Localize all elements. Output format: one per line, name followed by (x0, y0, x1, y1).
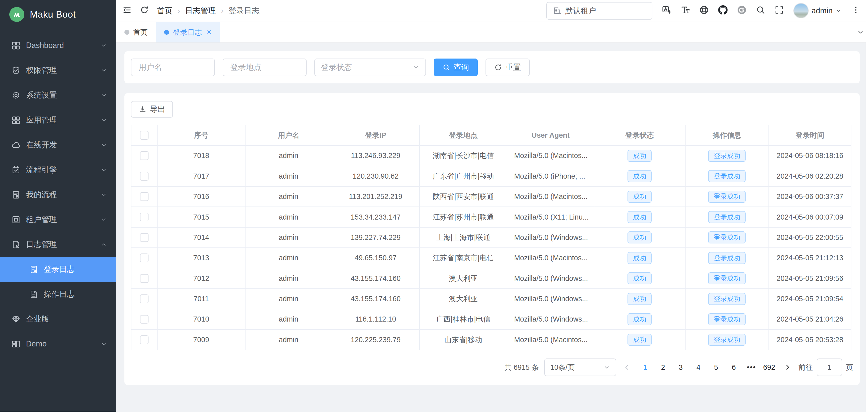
sidebar-item-operation-log[interactable]: 操作日志 (0, 282, 116, 307)
app-logo[interactable]: Maku Boot (0, 0, 116, 29)
sidebar: Maku Boot Dashboard权限管理系统设置应用管理在线开发流程引擎我… (0, 0, 116, 412)
sidebar-item-tenant-management[interactable]: 租户管理 (0, 207, 116, 232)
close-icon[interactable]: × (207, 28, 211, 36)
cell-message: 登录成功 (686, 330, 769, 350)
prev-page-button[interactable] (622, 364, 632, 371)
cell-location: 广西|桂林市|电信 (420, 309, 508, 329)
row-checkbox[interactable] (140, 213, 149, 222)
collapse-sidebar-button[interactable] (123, 5, 131, 16)
tenant-select[interactable]: 默认租户 (546, 2, 652, 20)
page-button-4[interactable]: 4 (690, 361, 706, 374)
translate-icon (662, 5, 671, 16)
breadcrumb-item-log-management[interactable]: 日志管理 (185, 5, 216, 16)
status-badge: 成功 (627, 334, 652, 346)
row-checkbox[interactable] (140, 253, 149, 262)
cell-checkbox (131, 289, 157, 309)
tab-dot (164, 30, 169, 35)
gem-icon (11, 315, 20, 324)
page-button-5[interactable]: 5 (708, 361, 724, 374)
sidebar-item-my-flows[interactable]: 我的流程 (0, 182, 116, 207)
cell-checkbox (131, 166, 157, 187)
cell-username: admin (246, 309, 332, 329)
next-page-button[interactable] (782, 364, 793, 371)
more-menu-button[interactable] (851, 5, 860, 16)
row-checkbox[interactable] (140, 172, 149, 181)
page-button-2[interactable]: 2 (655, 361, 671, 374)
header-cell: 登录地点 (420, 125, 508, 146)
reset-button[interactable]: 重置 (486, 59, 530, 76)
more-pages-icon[interactable]: ••• (744, 361, 760, 374)
breadcrumb-item-home[interactable]: 首页 (157, 5, 173, 16)
page-button-3[interactable]: 3 (673, 361, 688, 374)
location-input[interactable] (229, 62, 300, 72)
app-root: Maku Boot Dashboard权限管理系统设置应用管理在线开发流程引擎我… (0, 0, 868, 412)
cell-username: admin (246, 207, 332, 227)
cell-status: 成功 (594, 146, 686, 166)
goto-page-input[interactable] (817, 358, 842, 376)
row-checkbox[interactable] (140, 151, 149, 160)
cell-username: admin (246, 187, 332, 207)
status-badge: 成功 (627, 272, 652, 284)
cell-user-agent: Mozilla/5.0 (Macintos... (507, 248, 594, 268)
cell-message: 登录成功 (686, 207, 769, 227)
gitee-button[interactable] (737, 5, 746, 16)
select-all-checkbox[interactable] (140, 131, 149, 140)
refresh-button[interactable] (140, 5, 149, 16)
sidebar-item-enterprise[interactable]: 企业版 (0, 307, 116, 331)
search-button[interactable] (756, 5, 765, 16)
cell-user-agent: Mozilla/5.0 (Windows... (507, 268, 594, 289)
row-checkbox[interactable] (140, 294, 149, 303)
avatar (793, 3, 809, 18)
fullscreen-button[interactable] (775, 5, 784, 16)
sidebar-item-system-settings[interactable]: 系统设置 (0, 83, 116, 108)
page-button-6[interactable]: 6 (726, 361, 742, 374)
row-checkbox[interactable] (140, 315, 149, 324)
sidebar-item-online-dev[interactable]: 在线开发 (0, 133, 116, 158)
message-badge: 登录成功 (708, 252, 746, 264)
tab-home[interactable]: 首页 (116, 22, 156, 42)
table-row: 7011admin43.155.174.160澳大利亚Mozilla/5.0 (… (131, 289, 853, 309)
cloud-icon (11, 141, 20, 150)
sidebar-item-demo[interactable]: Demo (0, 331, 116, 356)
status-badge: 成功 (627, 231, 652, 244)
page-size-select[interactable]: 10条/页 (544, 358, 616, 376)
tab-login-log[interactable]: 登录日志× (156, 22, 219, 42)
row-checkbox[interactable] (140, 233, 149, 242)
user-menu[interactable]: admin (793, 3, 842, 18)
sidebar-item-label: Dashboard (26, 41, 95, 50)
row-checkbox[interactable] (140, 274, 149, 283)
query-button-label: 查询 (454, 62, 469, 73)
cell-username: admin (246, 330, 332, 350)
globe-button[interactable] (700, 5, 709, 16)
table-row: 7014admin139.227.74.229上海|上海市|联通Mozilla/… (131, 228, 853, 248)
status-select[interactable]: 登录状态 (314, 59, 426, 76)
translate-button[interactable] (662, 5, 671, 16)
cell-time: 2024-05-05 21:09:54 (769, 289, 851, 309)
sidebar-item-dashboard[interactable]: Dashboard (0, 33, 116, 58)
scrollbar-track[interactable] (866, 0, 868, 412)
table-row: 7016admin113.201.252.219陕西省|西安市|联通Mozill… (131, 187, 853, 207)
row-checkbox[interactable] (140, 192, 149, 201)
cell-status: 成功 (594, 166, 686, 187)
sidebar-item-log-management[interactable]: 日志管理 (0, 232, 116, 257)
cell-checkbox (131, 146, 157, 166)
cell-ip: 49.65.150.97 (332, 248, 420, 268)
header-cell: 序号 (158, 125, 246, 146)
navbar-icon-group (662, 5, 784, 16)
github-button[interactable] (718, 5, 727, 16)
sidebar-item-permission[interactable]: 权限管理 (0, 58, 116, 83)
cell-checkbox (131, 268, 157, 289)
cell-location: 湖南省|长沙市|电信 (420, 146, 508, 166)
export-button[interactable]: 导出 (131, 101, 173, 118)
font-size-button[interactable] (681, 5, 690, 16)
location-field-wrap (223, 59, 307, 76)
page-button-692[interactable]: 692 (762, 361, 777, 374)
cell-username: admin (246, 268, 332, 289)
sidebar-item-login-log[interactable]: 登录日志 (0, 257, 116, 282)
row-checkbox[interactable] (140, 336, 149, 344)
username-input[interactable] (138, 62, 209, 72)
query-button[interactable]: 查询 (434, 59, 478, 76)
page-button-1[interactable]: 1 (638, 361, 653, 374)
sidebar-item-app-management[interactable]: 应用管理 (0, 108, 116, 133)
sidebar-item-workflow-engine[interactable]: 流程引擎 (0, 158, 116, 182)
